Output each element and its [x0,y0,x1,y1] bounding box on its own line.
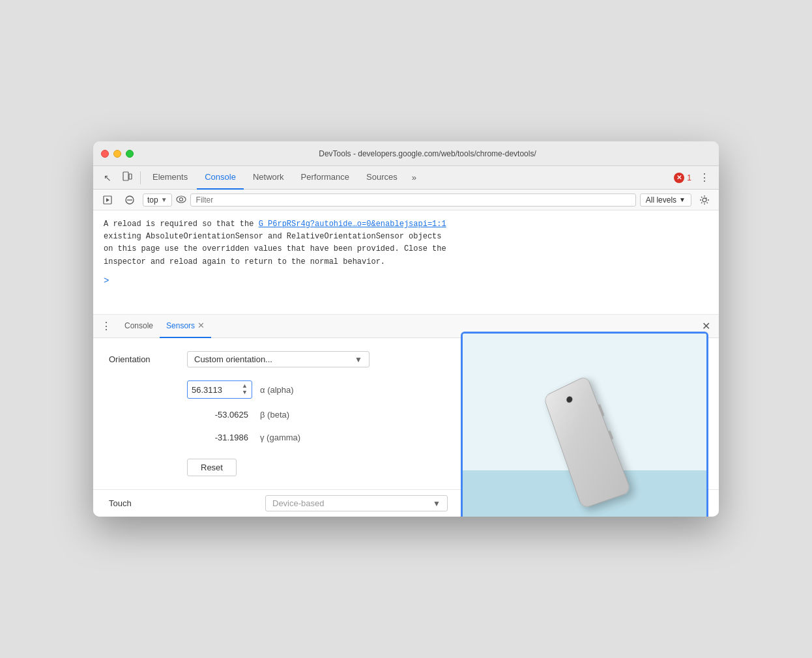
toolbar-divider [140,171,141,184]
console-settings-btn[interactable] [695,191,714,209]
beta-value: -53.0625 [187,408,252,422]
cursor-icon: ↖ [104,173,111,183]
eye-icon-btn[interactable] [176,194,186,205]
device-preview-canvas [463,334,706,517]
tab-performance[interactable]: Performance [293,166,357,190]
device-toggle-btn[interactable] [118,169,136,187]
devtools-menu-btn[interactable]: ⋮ [695,169,714,187]
svg-marker-3 [106,198,109,202]
touch-select[interactable]: Device-based ▼ [265,495,448,511]
gamma-value: -31.1986 [187,431,252,444]
minimize-traffic-light[interactable] [113,150,121,158]
orientation-select[interactable]: Custom orientation... ▼ [187,351,370,367]
error-badge[interactable]: ✕ 1 [674,173,691,183]
device-icon [122,171,132,184]
bottom-tab-more-btn[interactable]: ⋮ [98,319,114,334]
tab-sources[interactable]: Sources [358,166,405,190]
run-script-btn[interactable] [98,191,117,209]
svg-rect-1 [129,174,132,179]
svg-point-6 [177,196,186,203]
bottom-panel: ⋮ Console Sensors ✕ ✕ Orientation Custom… [93,315,719,517]
touch-label: Touch [109,498,187,508]
bottom-tab-console[interactable]: Console [118,315,160,338]
console-message-line4: inspector and reload again to return to … [104,257,385,266]
cursor-icon-btn[interactable]: ↖ [98,169,117,187]
devtools-top-toolbar: ↖ Elements Console Network Performance S… [93,166,719,190]
bottom-tab-sensors[interactable]: Sensors ✕ [160,315,211,338]
maximize-traffic-light[interactable] [126,150,134,158]
console-output: A reload is required so that the G_P6rpR… [93,210,719,315]
tab-console[interactable]: Console [197,166,244,190]
alpha-input[interactable]: 56.3113 ▲ ▼ [187,380,252,399]
alpha-spin-buttons: ▲ ▼ [242,383,248,396]
phone-side-btn2 [608,431,614,440]
filter-input[interactable] [190,193,636,207]
console-message-line2: existing AbsoluteOrientationSensor and R… [104,232,441,241]
console-link[interactable]: G_P6rpRSr4g?autohide…o=0&enablejsapi=1:1 [259,220,446,229]
svg-point-7 [179,198,182,201]
sensors-panel: Orientation Custom orientation... ▼ 56.3… [93,338,719,489]
log-levels-btn[interactable]: All levels ▼ [640,193,691,207]
alpha-label: α (alpha) [260,385,294,395]
reset-button[interactable]: Reset [187,459,237,476]
device-3d-preview [461,332,708,517]
console-message-line3: on this page use the overridden values t… [104,244,446,253]
svg-rect-0 [123,172,128,180]
window-title: DevTools - developers.google.com/web/too… [144,149,711,158]
devtools-window: DevTools - developers.google.com/web/too… [93,141,719,517]
title-bar: DevTools - developers.google.com/web/too… [93,141,719,166]
error-icon: ✕ [674,173,684,183]
svg-point-8 [703,198,706,202]
console-second-toolbar: top ▼ All levels ▼ [93,190,719,210]
traffic-lights [101,150,134,158]
orientation-label: Orientation [109,354,187,364]
context-dropdown-arrow: ▼ [161,196,167,203]
context-selector[interactable]: top ▼ [143,193,172,207]
close-traffic-light[interactable] [101,150,109,158]
console-message-text: A reload is required so that the [104,220,259,229]
tab-network[interactable]: Network [245,166,292,190]
phone-camera [566,395,573,404]
console-caret[interactable]: > [104,274,708,288]
gamma-label: γ (gamma) [260,433,300,442]
phone-side-btn1 [598,404,605,417]
clear-console-btn[interactable] [121,191,139,209]
beta-label: β (beta) [260,410,289,420]
touch-dropdown-arrow: ▼ [433,499,441,508]
more-tabs-btn[interactable]: » [407,166,422,190]
orientation-dropdown-arrow: ▼ [355,355,362,364]
sensors-tab-close-btn[interactable]: ✕ [197,321,205,330]
tab-elements[interactable]: Elements [145,166,196,190]
alpha-spin-down[interactable]: ▼ [242,390,248,396]
levels-dropdown-arrow: ▼ [679,196,686,203]
